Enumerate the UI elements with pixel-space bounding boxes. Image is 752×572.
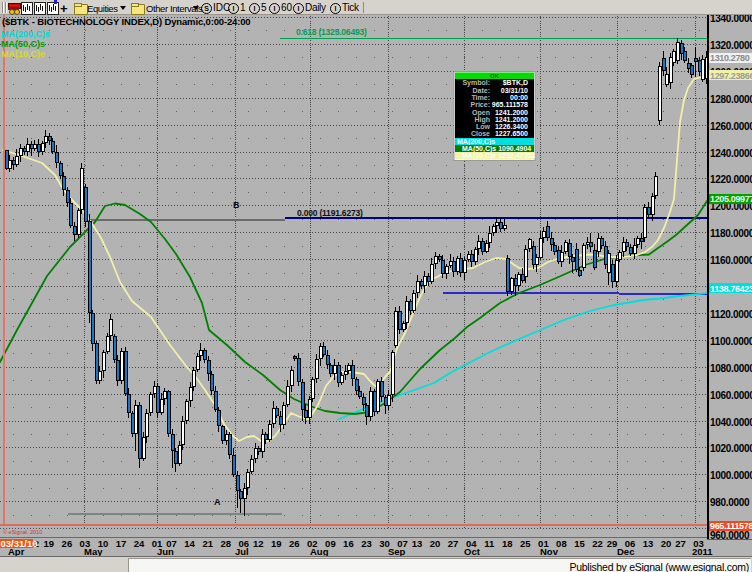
svg-text:Time:: Time: [471, 94, 490, 101]
svg-text:23: 23 [361, 538, 372, 549]
svg-text:28: 28 [220, 538, 231, 549]
svg-text:27: 27 [448, 538, 459, 549]
svg-text:Date:: Date: [472, 87, 490, 94]
svg-text:Close: Close [471, 130, 490, 137]
svg-text:1260.0000: 1260.0000 [710, 121, 752, 132]
svg-text:13: 13 [643, 538, 654, 549]
svg-text:($BTK - BIOTECHNOLOGY INDEX,D): ($BTK - BIOTECHNOLOGY INDEX,D) Dynamic,0… [2, 16, 251, 27]
svg-text:1226.3400: 1226.3400 [495, 123, 528, 130]
svg-text:MA(200,C)s: MA(200,C)s [1, 29, 50, 39]
svg-text:1280.0000: 1280.0000 [710, 94, 752, 105]
svg-text:Low: Low [476, 123, 491, 130]
svg-text:1100.0000: 1100.0000 [710, 336, 752, 347]
svg-text:13: 13 [412, 538, 423, 549]
svg-text:1180.0000: 1180.0000 [710, 228, 752, 239]
svg-text:16: 16 [343, 538, 354, 549]
svg-text:MA(10,C)e: MA(10,C)e [1, 49, 45, 59]
svg-text:26: 26 [289, 538, 300, 549]
svg-text:17: 17 [116, 538, 127, 549]
svg-text:© eSignal, 2010: © eSignal, 2010 [3, 529, 42, 535]
svg-text:960.0000: 960.0000 [710, 530, 750, 541]
svg-text:20: 20 [430, 538, 441, 549]
svg-text:0.618 (1325.06493): 0.618 (1325.06493) [296, 27, 367, 37]
svg-text:OK: OK [490, 73, 500, 79]
svg-text:24: 24 [134, 538, 145, 549]
svg-text:12: 12 [253, 538, 264, 549]
svg-text:25: 25 [520, 538, 531, 549]
svg-text:22: 22 [592, 538, 603, 549]
svg-text:03/31/10: 03/31/10 [1, 538, 38, 549]
svg-text:00:00: 00:00 [510, 94, 528, 101]
svg-text:965.111578: 965.111578 [492, 101, 528, 108]
svg-text:1241.2000: 1241.2000 [495, 109, 528, 116]
svg-text:A: A [214, 497, 221, 507]
svg-text:1205.09977: 1205.09977 [710, 194, 752, 204]
svg-text:1220.0000: 1220.0000 [710, 174, 752, 185]
svg-text:1138.76423: 1138.76423 [710, 284, 752, 294]
svg-text:MA(50,C)s: MA(50,C)s [1, 39, 45, 49]
svg-text:21: 21 [202, 538, 213, 549]
svg-text:18: 18 [502, 538, 513, 549]
svg-text:1080.0000: 1080.0000 [710, 363, 752, 374]
svg-text:1241.2000: 1241.2000 [495, 116, 528, 123]
svg-text:B: B [233, 200, 240, 210]
svg-text:11: 11 [484, 538, 495, 549]
svg-text:1297.23866: 1297.23866 [710, 71, 752, 81]
svg-text:1320.0000: 1320.0000 [710, 40, 752, 51]
svg-text:1060.0000: 1060.0000 [710, 390, 752, 401]
svg-text:19: 19 [44, 538, 55, 549]
svg-text:27: 27 [675, 538, 686, 549]
svg-text:03/31/10: 03/31/10 [501, 87, 528, 94]
svg-text:26: 26 [62, 538, 73, 549]
svg-text:1000.0000: 1000.0000 [710, 470, 752, 481]
svg-text:1310.2780: 1310.2780 [710, 53, 750, 63]
svg-text:980.0000: 980.0000 [710, 497, 750, 508]
svg-text:MA(10,C)e 1232.47353: MA(10,C)e 1232.47353 [462, 152, 535, 160]
svg-text:15: 15 [574, 538, 585, 549]
svg-text:29: 29 [607, 538, 618, 549]
svg-text:Price:: Price: [471, 101, 490, 108]
svg-text:1040.0000: 1040.0000 [710, 417, 752, 428]
svg-text:19: 19 [271, 538, 282, 549]
svg-text:0.000 (1191.6273): 0.000 (1191.6273) [297, 208, 363, 218]
svg-text:14: 14 [184, 538, 195, 549]
svg-text:1227.6500: 1227.6500 [495, 130, 528, 137]
svg-text:20: 20 [661, 538, 672, 549]
svg-text:965.111578: 965.111578 [710, 521, 752, 531]
svg-text:1160.0000: 1160.0000 [710, 255, 752, 266]
svg-text:1020.0000: 1020.0000 [710, 443, 752, 454]
svg-text:1120.0000: 1120.0000 [710, 309, 752, 320]
svg-text:1240.0000: 1240.0000 [710, 148, 752, 159]
